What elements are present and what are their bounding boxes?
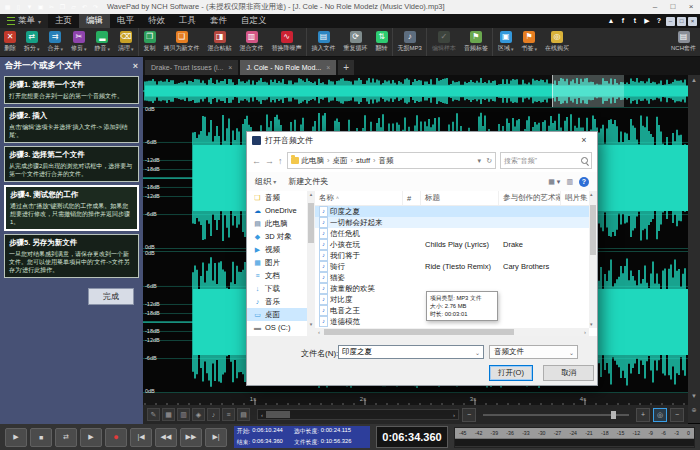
cut-icon[interactable]: ✂ bbox=[47, 3, 56, 12]
organize-button[interactable]: 组织 ▾ bbox=[255, 176, 276, 187]
column-name[interactable]: 名称˄ bbox=[315, 191, 403, 205]
scroll-down-icon[interactable]: ▼ bbox=[688, 391, 700, 401]
tree-item-desktop[interactable]: ▭ 桌面 bbox=[247, 308, 307, 321]
tool-icon[interactable]: ♪ bbox=[207, 408, 220, 421]
tree-item-os-c[interactable]: ▬ OS (C:) bbox=[247, 321, 307, 334]
scroll-up-icon[interactable]: ▲ bbox=[688, 75, 700, 85]
up-icon[interactable]: ↑ bbox=[278, 156, 283, 166]
document-tab[interactable]: J. Cole - No Role Mod...× bbox=[240, 60, 336, 75]
ribbon-tab[interactable]: 特效 bbox=[141, 14, 172, 28]
insert-file-button[interactable]: ▤ 插入文件▾ bbox=[308, 28, 340, 56]
column-number[interactable]: # bbox=[403, 191, 421, 205]
ribbon-tab[interactable]: 工具 bbox=[172, 14, 203, 28]
filetype-select[interactable]: 音频文件⌄ bbox=[489, 345, 578, 359]
done-button[interactable]: 完成 bbox=[88, 288, 134, 305]
mix-paste-button[interactable]: ◨ 混合粘贴▾ bbox=[204, 28, 236, 56]
audio-tag-button[interactable]: ⚑ 音频标签▾ bbox=[460, 28, 493, 56]
trim-button[interactable]: ✂ 修剪▾ bbox=[67, 28, 91, 56]
zoom-out-icon[interactable]: − bbox=[462, 408, 476, 422]
forward-icon[interactable]: → bbox=[265, 156, 274, 166]
play-button[interactable]: ▶ bbox=[5, 428, 27, 447]
tree-item-pictures[interactable]: ▦ 图片 bbox=[247, 256, 307, 269]
tree-item-3d-objects[interactable]: ◆ 3D 对象 bbox=[247, 230, 307, 243]
play-selection-button[interactable]: ▶ bbox=[80, 428, 102, 447]
zoom-in-button[interactable]: + bbox=[636, 408, 650, 422]
refresh-icon[interactable]: ↻ bbox=[486, 157, 492, 165]
go-to-start-button[interactable]: |◀ bbox=[130, 428, 152, 447]
split-button[interactable]: ⇄ 拆分▾ bbox=[20, 28, 44, 56]
flip-button[interactable]: ⇅ 翻转▾ bbox=[372, 28, 393, 56]
rewind-button[interactable]: ◀◀ bbox=[155, 428, 177, 447]
mini-restore-button[interactable]: □ bbox=[677, 17, 686, 26]
search-input[interactable]: 搜索"音频" bbox=[500, 152, 592, 169]
list-vertical-scrollbar[interactable]: ▴ ▾ bbox=[589, 191, 597, 328]
save-icon[interactable]: ▣ bbox=[36, 3, 45, 12]
copy-to-new-button[interactable]: ❏ 拷贝为新文件▾ bbox=[160, 28, 204, 56]
help-icon[interactable]: ? bbox=[654, 16, 664, 26]
paste-icon[interactable]: ▱ bbox=[69, 3, 78, 12]
tool-icon[interactable]: ▥ bbox=[177, 408, 190, 421]
twitter-icon[interactable]: t bbox=[630, 16, 640, 26]
tree-item-downloads[interactable]: ↓ 下载 bbox=[247, 282, 307, 295]
tool-icon[interactable]: ▦ bbox=[162, 408, 175, 421]
ribbon-tab[interactable]: 主页 bbox=[48, 14, 79, 28]
merge-button[interactable]: ⇉ 合并▾ bbox=[44, 28, 68, 56]
mix-file-button[interactable]: ▥ 混合文件▾ bbox=[236, 28, 268, 56]
replace-noise-button[interactable]: ∿ 替换降噪声▾ bbox=[268, 28, 307, 56]
tool-icon[interactable]: ▤ bbox=[237, 408, 250, 421]
tree-item-videos[interactable]: ▶ 视频 bbox=[247, 243, 307, 256]
tool-icon[interactable]: ◈ bbox=[192, 408, 205, 421]
cleanup-button[interactable]: ⌫ 清理▾ bbox=[114, 28, 139, 56]
copy-icon[interactable]: ❐ bbox=[58, 3, 67, 12]
views-icon[interactable]: ▦ ▾ bbox=[548, 178, 560, 186]
new-folder-button[interactable]: 新建文件夹 bbox=[288, 176, 328, 187]
tool-icon[interactable]: ≡ bbox=[222, 408, 235, 421]
vertical-scrollbar[interactable]: ▲ ▼ ⊕ bbox=[688, 75, 700, 423]
file-row[interactable]: ♪印度之夏 bbox=[315, 206, 597, 217]
like-icon[interactable]: ▲ bbox=[606, 16, 616, 26]
horizontal-scrollbar[interactable]: ‹ › bbox=[257, 409, 459, 420]
file-row[interactable]: ♪小孩在玩 Childs Play (Lyrics) Drake bbox=[315, 239, 597, 250]
fast-forward-button[interactable]: ▶▶ bbox=[180, 428, 202, 447]
maximize-button[interactable]: □ bbox=[664, 0, 682, 14]
breadcrumb-item[interactable]: stuff bbox=[356, 156, 379, 165]
vertical-zoom-icon[interactable]: ⊕ bbox=[688, 405, 700, 415]
tree-scrollbar[interactable]: ▴ ▾ bbox=[307, 191, 315, 336]
tree-item-this-pc[interactable]: ▤ 此电脑 bbox=[247, 217, 307, 230]
edit-sample-button[interactable]: ✓ 编辑样本▾ bbox=[428, 28, 460, 56]
youtube-icon[interactable]: ▶ bbox=[642, 16, 652, 26]
minimize-button[interactable]: – bbox=[646, 0, 664, 14]
breadcrumb-item[interactable]: 音频 bbox=[379, 156, 394, 166]
stop-button[interactable]: ■ bbox=[30, 428, 52, 447]
loop-button[interactable]: ⇄ bbox=[55, 428, 77, 447]
tree-item-onedrive[interactable]: ☁ OneDrive bbox=[247, 204, 307, 217]
file-row[interactable]: ♪信任危机 bbox=[315, 228, 597, 239]
lossless-mp3-button[interactable]: ♪ 无损MP3▾ bbox=[394, 28, 427, 56]
help-icon[interactable]: ? bbox=[579, 177, 589, 187]
breadcrumb-item[interactable]: 此电脑 bbox=[302, 156, 333, 166]
cancel-button[interactable]: 取消 bbox=[543, 365, 594, 381]
app-icon[interactable]: ▦ bbox=[3, 3, 12, 12]
column-artist[interactable]: 参与创作的艺术家 bbox=[499, 191, 561, 205]
zoom-selection-button[interactable]: ◎ bbox=[653, 408, 667, 422]
undo-icon[interactable]: ↶ bbox=[80, 3, 89, 12]
new-tab-button[interactable]: + bbox=[338, 60, 354, 75]
time-ruler[interactable]: 1s2s3s4s bbox=[143, 393, 688, 405]
ribbon-tab[interactable]: 套件 bbox=[203, 14, 234, 28]
ribbon-tab[interactable]: 电平 bbox=[110, 14, 141, 28]
ribbon-tab[interactable]: 自定义 bbox=[234, 14, 274, 28]
file-row[interactable]: ♪猫姿 bbox=[315, 272, 597, 283]
open-button[interactable]: 打开(O) bbox=[489, 365, 533, 381]
mini-close-button[interactable]: × bbox=[688, 17, 697, 26]
tool-icon[interactable]: ✎ bbox=[147, 408, 160, 421]
column-title[interactable]: 标题 bbox=[421, 191, 499, 205]
menu-button[interactable]: 菜单 ▾ bbox=[0, 14, 48, 28]
document-tab[interactable]: Drake- Trust Issues (l...× bbox=[145, 60, 238, 75]
overview-selection[interactable] bbox=[552, 75, 624, 107]
address-dropdown-icon[interactable]: ▾ bbox=[478, 157, 482, 165]
buy-online-button[interactable]: ◎ 在线购买▾ bbox=[541, 28, 573, 56]
repeat-loop-button[interactable]: ⟳ 重复循环▾ bbox=[340, 28, 372, 56]
ribbon-tab[interactable]: 编辑 bbox=[79, 14, 110, 28]
filename-input[interactable] bbox=[339, 348, 475, 357]
details-pane-icon[interactable]: ▥ bbox=[566, 178, 573, 186]
